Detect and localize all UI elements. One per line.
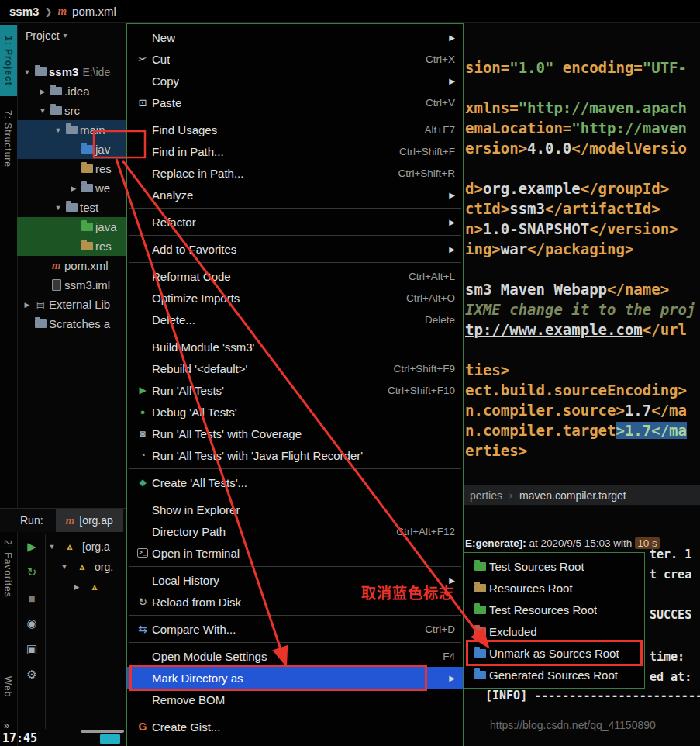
code-segment: </url: [643, 321, 687, 338]
menu-item-label: Unmark as Sources Root: [489, 647, 619, 660]
menu-item-delete[interactable]: Delete...Delete: [127, 309, 463, 330]
menu-item-excluded[interactable]: Excluded: [464, 620, 644, 642]
menu-item-open-module-settings[interactable]: Open Module SettingsF4: [127, 645, 463, 667]
code-segment: </name>: [607, 281, 669, 298]
editor[interactable]: sion="1.0" encoding="UTF-xmlns="http://m…: [465, 57, 695, 461]
menu-item-reformat-code[interactable]: Reformat CodeCtrl+Alt+L: [127, 265, 463, 287]
menu-item-paste[interactable]: ⊡PasteCtrl+V: [127, 92, 463, 113]
tree-item-we[interactable]: ▶we: [17, 178, 126, 198]
menu-separator: [127, 640, 463, 645]
tree-item-scratches-a[interactable]: Scratches a: [17, 314, 126, 333]
menu-item-partial-bottom-item[interactable]: ●: [127, 737, 463, 746]
menu-item-find-usages[interactable]: Find UsagesAlt+F7: [127, 119, 463, 140]
test-tree-row[interactable]: ▼▲org.: [59, 557, 113, 577]
menu-item-cut[interactable]: ✂CutCtrl+X: [127, 48, 463, 70]
submenu-arrow-icon: ▶: [449, 77, 455, 85]
submenu-arrow-icon: ▶: [449, 674, 455, 682]
tree-item-external-lib[interactable]: ▶▤External Lib: [17, 295, 126, 314]
project-panel-header[interactable]: Project ▾: [17, 26, 126, 45]
code-segment: n>: [465, 220, 483, 237]
menu-item-test-resources-root[interactable]: Test Resources Root: [464, 599, 644, 620]
menu-item-remove-bom[interactable]: Remove BOM: [127, 689, 463, 710]
menu-item-compare-with[interactable]: ⇆Compare With...Ctrl+D: [127, 618, 463, 640]
breadcrumb-file[interactable]: pom.xml: [72, 5, 116, 18]
menu-item-create-gist[interactable]: GCreate Gist...: [127, 716, 463, 737]
horizontal-scrollbar[interactable]: [81, 730, 124, 733]
menu-item-rebuild-default[interactable]: Rebuild '<default>'Ctrl+Shift+F9: [127, 357, 463, 379]
tree-item-pom-xml[interactable]: mpom.xml: [17, 256, 126, 275]
code-segment: xmlns=: [465, 99, 519, 116]
run-tab[interactable]: m [org.ap: [56, 509, 123, 532]
breadcrumb-item[interactable]: maven.compiler.target: [519, 489, 626, 502]
chevron-down-icon[interactable]: ▼: [59, 563, 70, 571]
menu-item-run-all-tests[interactable]: ▶Run 'All Tests'Ctrl+Shift+F10: [127, 379, 463, 401]
menu-item-refactor[interactable]: Refactor▶: [127, 211, 463, 233]
tree-item-ssm3[interactable]: ▼ssm3 E:\ide: [17, 62, 126, 81]
tree-item-src[interactable]: ▼src: [17, 101, 126, 120]
menu-item-right: Alt+F7: [425, 124, 455, 136]
chevron-right-icon[interactable]: ▶: [68, 185, 79, 192]
chevron-down-icon[interactable]: ▼: [47, 543, 57, 551]
test-tree-row[interactable]: ▼▲[org.a: [47, 537, 110, 557]
chevron-right-icon[interactable]: ▶: [37, 88, 48, 95]
menu-item-show-in-explorer[interactable]: Show in Explorer: [127, 499, 463, 520]
screenshot-button[interactable]: ▣: [19, 639, 45, 659]
tree-item-test[interactable]: ▼test: [17, 198, 126, 217]
menu-item-new[interactable]: New▶: [127, 26, 463, 48]
chevron-down-icon[interactable]: ▼: [53, 204, 64, 212]
chevron-right-icon: ❯: [44, 6, 52, 17]
code-line: emaLocation="http://maven: [465, 118, 695, 138]
show-passed-button[interactable]: ◉: [19, 613, 45, 634]
tree-item-res[interactable]: res: [17, 237, 126, 256]
tree-item-java[interactable]: java: [17, 217, 126, 237]
menu-item-label: Reload from Disk: [152, 596, 241, 609]
menu-item-copy[interactable]: Copy▶: [127, 70, 463, 92]
menu-item-replace-in-path[interactable]: Replace in Path...Ctrl+Shift+R: [127, 162, 463, 184]
menu-item-directory-path[interactable]: Directory PathCtrl+Alt+F12: [127, 520, 463, 542]
breadcrumb-project[interactable]: ssm3: [9, 5, 39, 18]
chevron-down-icon[interactable]: ▼: [53, 126, 64, 134]
menu-item-build-module-ssm3[interactable]: Build Module 'ssm3': [127, 336, 463, 357]
chevron-right-icon[interactable]: ▶: [22, 301, 33, 309]
tool-window-tab-structure[interactable]: 7: Structure: [2, 110, 13, 168]
menu-item-test-sources-root[interactable]: Test Sources Root: [464, 555, 644, 577]
tool-window-tab-favorites[interactable]: 2: Favorites: [2, 540, 13, 598]
menu-item-run-all-tests-with-java-flight-recorder[interactable]: ◔Run 'All Tests' with 'Java Flight Recor…: [127, 444, 463, 466]
test-tree-row[interactable]: ▶▲: [71, 577, 107, 597]
menu-item-debug-all-tests[interactable]: ●Debug 'All Tests': [127, 401, 463, 423]
code-line: [465, 259, 695, 279]
tool-window-tab-project[interactable]: 1: Project: [0, 25, 17, 96]
mark-directory-as-submenu: Test Sources RootResources RootTest Reso…: [464, 552, 645, 689]
run-button[interactable]: ▶: [19, 537, 45, 557]
menu-item-unmark-as-sources-root[interactable]: Unmark as Sources Root: [464, 642, 644, 664]
menu-item-resources-root[interactable]: Resources Root: [464, 577, 644, 599]
chevron-right-icon[interactable]: ▶: [71, 583, 82, 591]
project-panel-title: Project: [26, 29, 60, 42]
menu-item-optimize-imports[interactable]: Optimize ImportsCtrl+Alt+O: [127, 287, 463, 309]
tree-item-idea[interactable]: ▶.idea: [17, 81, 126, 101]
tree-item-res[interactable]: res: [17, 159, 126, 178]
stop-button[interactable]: ■: [19, 588, 45, 608]
tree-item-main[interactable]: ▼main: [17, 120, 126, 140]
menu-item-mark-directory-as[interactable]: Mark Directory as▶: [127, 667, 463, 689]
console-text-fragment: time:: [650, 650, 684, 664]
menu-item-find-in-path[interactable]: Find in Path...Ctrl+Shift+F: [127, 140, 463, 162]
menu-item-run-all-tests-with-coverage[interactable]: ◙Run 'All Tests' with Coverage: [127, 423, 463, 444]
settings-button[interactable]: ⚙: [19, 665, 45, 685]
tree-item-jav[interactable]: jav: [17, 140, 126, 159]
menu-item-generated-sources-root[interactable]: Generated Sources Root: [464, 664, 644, 686]
rerun-button[interactable]: ↻: [19, 562, 45, 582]
tree-item-label: pom.xml: [64, 259, 109, 272]
chevron-down-icon[interactable]: ▼: [22, 68, 33, 76]
menu-item-add-to-favorites[interactable]: Add to Favorites▶: [127, 238, 463, 260]
menu-item-open-in-terminal[interactable]: >_Open in Terminal: [127, 542, 463, 564]
menu-item-create-all-tests[interactable]: ◆Create 'All Tests'...: [127, 471, 463, 493]
chevron-down-icon[interactable]: ▼: [37, 107, 48, 115]
menu-item-analyze[interactable]: Analyze▶: [127, 184, 463, 205]
tree-item-ssm3-iml[interactable]: ssm3.iml: [17, 275, 126, 295]
code-segment: </artifactId>: [545, 200, 660, 217]
test-tree-label: [org.a: [82, 541, 110, 553]
tool-window-tab-web[interactable]: Web: [2, 676, 13, 697]
breadcrumb-item[interactable]: perties: [470, 489, 502, 502]
more-tool-windows-icon[interactable]: »: [4, 720, 9, 731]
